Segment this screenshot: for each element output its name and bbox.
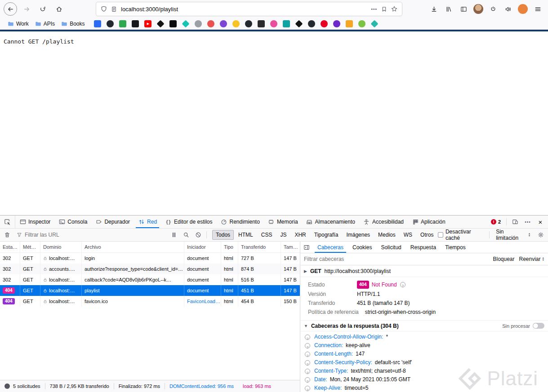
- header-help-icon[interactable]: ?: [305, 335, 310, 340]
- bookmark-favicon-youtube[interactable]: ▶: [144, 20, 151, 27]
- downloads-icon[interactable]: [427, 2, 441, 16]
- page-actions-icon[interactable]: •••: [371, 7, 377, 12]
- bookmark-favicon-black-square[interactable]: [132, 20, 139, 27]
- network-settings-button[interactable]: [535, 229, 546, 241]
- bookmark-favicon-pink-circle[interactable]: [270, 20, 277, 27]
- bookmark-folder-apis[interactable]: APIs: [32, 20, 58, 28]
- bookmark-favicon-dev[interactable]: [169, 20, 177, 27]
- disable-cache-checkbox[interactable]: Desactivar caché: [438, 229, 485, 241]
- block-requests-button[interactable]: [192, 229, 204, 241]
- header-name[interactable]: Content-Security-Policy:: [314, 359, 372, 366]
- details-tab-headers[interactable]: Cabeceras: [313, 242, 348, 253]
- bookmark-favicon-github-2[interactable]: [245, 20, 252, 27]
- resend-button[interactable]: Reenviar ▲▼: [519, 256, 544, 262]
- request-row-favicon.ico[interactable]: 404GETlocalhost:…favicon.icoFaviconLoad……: [0, 296, 300, 307]
- tracking-protection-shield-icon[interactable]: [101, 6, 107, 12]
- bookmark-favicon-purple-globe-1[interactable]: [220, 20, 227, 27]
- column-header-size[interactable]: Tam…: [281, 242, 300, 252]
- request-summary-line[interactable]: ▶ GET http://localhost:3000/playlist: [300, 265, 548, 277]
- filter-html[interactable]: HTML: [235, 230, 257, 240]
- devtools-tab-console[interactable]: Consola: [54, 216, 91, 228]
- bookmark-favicon-sun[interactable]: [232, 20, 240, 27]
- request-row-login[interactable]: 302GETlocalhost:…logindocumenthtml727 B1…: [0, 253, 300, 264]
- status-help-icon[interactable]: ?: [400, 282, 405, 287]
- request-row-callback[interactable]: 302GETlocalhost:…callback?code=AQD8v0jb6…: [0, 274, 300, 285]
- header-help-icon[interactable]: ?: [305, 386, 310, 391]
- column-header-initiator[interactable]: Iniciador: [184, 242, 221, 252]
- forward-button[interactable]: [20, 2, 33, 16]
- throttling-select[interactable]: Sin limitación ▲▼: [494, 229, 532, 241]
- twisty-icon[interactable]: ▼: [304, 324, 308, 328]
- filter-xhr[interactable]: XHR: [291, 230, 309, 240]
- header-name[interactable]: Connection:: [314, 342, 343, 349]
- devtools-close-button[interactable]: ×: [535, 216, 546, 228]
- bookmark-favicon-teal-diamond-2[interactable]: [371, 20, 379, 28]
- url-text[interactable]: localhost:3000/playlist: [121, 6, 367, 13]
- bookmark-favicon-cloud[interactable]: [195, 20, 202, 27]
- header-name[interactable]: Content-Type:: [314, 367, 348, 375]
- toggle-switch[interactable]: [533, 323, 544, 329]
- bookmark-favicon-orange-stack[interactable]: [346, 20, 353, 27]
- request-row-authorize[interactable]: 302GETaccounts.…authorize?response_type=…: [0, 264, 300, 274]
- column-header-method[interactable]: Mét…: [20, 242, 40, 252]
- column-header-file[interactable]: Archivo: [82, 242, 184, 252]
- home-button[interactable]: [52, 2, 66, 16]
- bookmark-favicon-teal-diamond-1[interactable]: [182, 20, 190, 28]
- details-tab-response[interactable]: Respuesta: [406, 242, 441, 253]
- column-header-status[interactable]: Esta…: [0, 242, 20, 252]
- statusbar-domcontentloaded[interactable]: DOMContentLoaded: 956 ms: [165, 383, 238, 389]
- bookmark-favicon-github-1[interactable]: [107, 20, 114, 27]
- header-help-icon[interactable]: ?: [305, 369, 310, 374]
- devtools-tab-styleeditor[interactable]: {}Editor de estilos: [161, 216, 216, 228]
- filter-imagenes[interactable]: Imágenes: [343, 230, 374, 240]
- site-info-icon[interactable]: [111, 6, 117, 12]
- bookmark-favicon-udemy[interactable]: [207, 20, 214, 27]
- devtools-tab-application[interactable]: Aplicación: [408, 216, 450, 228]
- header-help-icon[interactable]: ?: [305, 352, 310, 357]
- details-tab-cookies[interactable]: Cookies: [348, 242, 376, 253]
- url-filter-input[interactable]: Filtrar las URL: [14, 229, 167, 241]
- header-name[interactable]: Access-Control-Allow-Origin:: [314, 333, 383, 341]
- filter-medios[interactable]: Medios: [374, 230, 399, 240]
- reload-button[interactable]: [36, 2, 49, 16]
- filter-ws[interactable]: WS: [400, 230, 416, 240]
- search-requests-button[interactable]: [180, 229, 192, 241]
- column-header-transferred[interactable]: Transferido: [238, 242, 281, 252]
- details-tab-timings[interactable]: Tiempos: [441, 242, 470, 253]
- bookmark-folder-work[interactable]: Work: [4, 20, 32, 28]
- devtools-tab-accessibility[interactable]: Accesibilidad: [359, 216, 408, 228]
- speaker-icon[interactable]: [501, 2, 515, 16]
- column-header-domain[interactable]: Dominio: [40, 242, 82, 252]
- response-headers-section-header[interactable]: ▼ Cabeceras de la respuesta (304 B) Sin …: [300, 320, 548, 331]
- menu-icon[interactable]: [531, 2, 544, 16]
- filter-css[interactable]: CSS: [258, 230, 276, 240]
- devtools-tab-inspector[interactable]: Inspector: [15, 216, 54, 228]
- details-tab-request[interactable]: Solicitud: [376, 242, 405, 253]
- raw-headers-toggle[interactable]: Sin procesar: [502, 323, 544, 329]
- devtools-tab-memory[interactable]: Memoria: [264, 216, 302, 228]
- statusbar-load[interactable]: load: 963 ms: [238, 383, 276, 389]
- headers-filter-input[interactable]: Filtrar cabeceras: [304, 256, 488, 262]
- extension-avatar[interactable]: [518, 4, 528, 14]
- bookmark-folder-books[interactable]: Books: [58, 20, 88, 28]
- details-pane-icon[interactable]: [300, 242, 313, 253]
- column-header-type[interactable]: Tipo: [221, 242, 238, 252]
- bookmark-favicon-black-diamond-2[interactable]: [295, 20, 303, 28]
- filter-tipografia[interactable]: Tipografía: [311, 230, 342, 240]
- block-url-button[interactable]: Bloquear: [493, 256, 514, 262]
- bookmark-favicon-blue-square[interactable]: [94, 20, 101, 27]
- clear-requests-button[interactable]: [2, 229, 13, 241]
- pick-element-button[interactable]: [0, 216, 15, 228]
- bookmark-favicon-green-circle[interactable]: [358, 20, 365, 27]
- bookmark-favicon-red-pin[interactable]: [321, 20, 328, 27]
- header-name[interactable]: Content-Length:: [314, 350, 353, 358]
- pocket-icon[interactable]: [381, 6, 387, 12]
- error-count-badge[interactable]: ! 2: [488, 219, 503, 225]
- power-icon[interactable]: [486, 2, 500, 16]
- bookmark-favicon-purple-globe-2[interactable]: [333, 20, 340, 27]
- bookmark-favicon-teal-wave[interactable]: [283, 20, 290, 27]
- filter-todos[interactable]: Todos: [212, 230, 234, 240]
- devtools-tab-storage[interactable]: Almacenamiento: [302, 216, 359, 228]
- sidebar-icon[interactable]: [457, 2, 470, 16]
- devtools-tab-debugger[interactable]: Depurador: [91, 216, 134, 228]
